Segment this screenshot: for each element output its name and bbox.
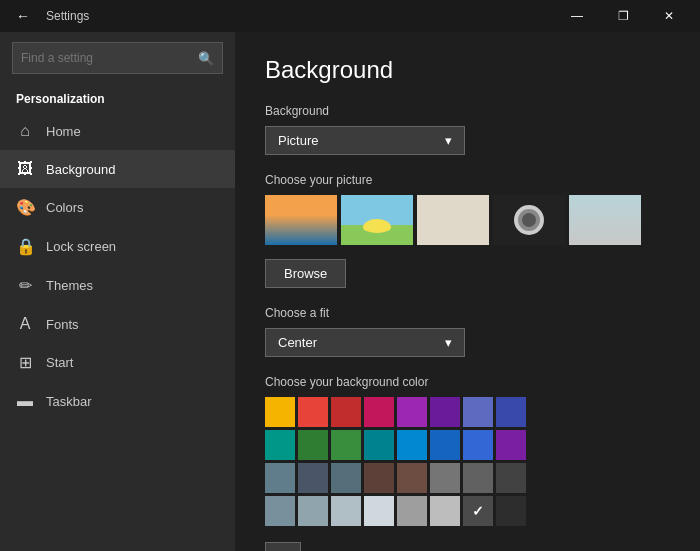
color-swatch-1-7[interactable]: [496, 430, 526, 460]
color-swatch-2-5[interactable]: [430, 463, 460, 493]
thumb-sunset[interactable]: [265, 195, 337, 245]
color-swatch-1-6[interactable]: [463, 430, 493, 460]
sidebar-item-label-fonts: Fonts: [46, 317, 79, 332]
fit-dropdown-value: Center: [278, 335, 317, 350]
color-row-1: [265, 430, 670, 460]
color-swatch-0-0[interactable]: [265, 397, 295, 427]
color-swatch-3-5[interactable]: [430, 496, 460, 526]
color-swatch-2-6[interactable]: [463, 463, 493, 493]
thumb-circle[interactable]: [493, 195, 565, 245]
custom-color-row: + Custom color: [265, 542, 670, 551]
color-swatch-3-1[interactable]: [298, 496, 328, 526]
personalization-label: Personalization: [0, 84, 235, 112]
themes-icon: ✏: [16, 276, 34, 295]
color-row-0: [265, 397, 670, 427]
color-swatch-2-2[interactable]: [331, 463, 361, 493]
thumb-cats[interactable]: [417, 195, 489, 245]
color-swatch-0-5[interactable]: [430, 397, 460, 427]
color-swatch-1-4[interactable]: [397, 430, 427, 460]
maximize-button[interactable]: ❐: [600, 0, 646, 32]
search-icon[interactable]: 🔍: [198, 51, 214, 66]
sidebar-item-home[interactable]: ⌂ Home: [0, 112, 235, 150]
color-swatch-0-1[interactable]: [298, 397, 328, 427]
color-swatch-0-7[interactable]: [496, 397, 526, 427]
choose-fit-label: Choose a fit: [265, 306, 670, 320]
color-swatch-2-7[interactable]: [496, 463, 526, 493]
thumb-dog[interactable]: [569, 195, 641, 245]
color-swatch-2-3[interactable]: [364, 463, 394, 493]
taskbar-icon: ▬: [16, 392, 34, 410]
color-swatch-1-2[interactable]: [331, 430, 361, 460]
sidebar: 🔍 Personalization ⌂ Home🖼 Background🎨 Co…: [0, 32, 235, 551]
color-swatch-0-2[interactable]: [331, 397, 361, 427]
back-button[interactable]: ←: [8, 4, 38, 28]
color-swatch-1-3[interactable]: [364, 430, 394, 460]
color-swatch-3-0[interactable]: [265, 496, 295, 526]
sidebar-item-fonts[interactable]: A Fonts: [0, 305, 235, 343]
color-swatch-3-6[interactable]: [463, 496, 493, 526]
background-dropdown[interactable]: Picture ▾: [265, 126, 465, 155]
fonts-icon: A: [16, 315, 34, 333]
sidebar-item-label-themes: Themes: [46, 278, 93, 293]
picture-grid: [265, 195, 670, 245]
main-layout: 🔍 Personalization ⌂ Home🖼 Background🎨 Co…: [0, 32, 700, 551]
home-icon: ⌂: [16, 122, 34, 140]
fit-dropdown-chevron: ▾: [445, 335, 452, 350]
color-row-2: [265, 463, 670, 493]
content-area: Background Background Picture ▾ Choose y…: [235, 32, 700, 551]
search-input[interactable]: [21, 51, 198, 65]
color-swatch-3-3[interactable]: [364, 496, 394, 526]
color-swatch-3-2[interactable]: [331, 496, 361, 526]
sidebar-item-label-lock-screen: Lock screen: [46, 239, 116, 254]
start-icon: ⊞: [16, 353, 34, 372]
sidebar-item-colors[interactable]: 🎨 Colors: [0, 188, 235, 227]
search-box[interactable]: 🔍: [12, 42, 223, 74]
color-swatch-3-7[interactable]: [496, 496, 526, 526]
background-dropdown-chevron: ▾: [445, 133, 452, 148]
color-swatch-0-3[interactable]: [364, 397, 394, 427]
sidebar-item-label-taskbar: Taskbar: [46, 394, 92, 409]
choose-picture-label: Choose your picture: [265, 173, 670, 187]
lock-screen-icon: 🔒: [16, 237, 34, 256]
color-swatch-2-4[interactable]: [397, 463, 427, 493]
page-title: Background: [265, 56, 670, 84]
color-swatch-0-4[interactable]: [397, 397, 427, 427]
background-section-heading: Background: [265, 104, 670, 118]
thumb-duck[interactable]: [341, 195, 413, 245]
color-swatch-0-6[interactable]: [463, 397, 493, 427]
background-icon: 🖼: [16, 160, 34, 178]
color-row-3: [265, 496, 670, 526]
titlebar: ← Settings — ❐ ✕: [0, 0, 700, 32]
browse-button[interactable]: Browse: [265, 259, 346, 288]
sidebar-item-start[interactable]: ⊞ Start: [0, 343, 235, 382]
sidebar-item-label-start: Start: [46, 355, 73, 370]
sidebar-item-themes[interactable]: ✏ Themes: [0, 266, 235, 305]
close-button[interactable]: ✕: [646, 0, 692, 32]
color-swatch-1-0[interactable]: [265, 430, 295, 460]
sidebar-item-label-home: Home: [46, 124, 81, 139]
color-section-heading: Choose your background color: [265, 375, 670, 389]
background-dropdown-value: Picture: [278, 133, 318, 148]
titlebar-left: ← Settings: [8, 4, 89, 28]
custom-color-button[interactable]: +: [265, 542, 301, 551]
color-swatch-2-0[interactable]: [265, 463, 295, 493]
color-swatch-1-5[interactable]: [430, 430, 460, 460]
sidebar-item-background[interactable]: 🖼 Background: [0, 150, 235, 188]
titlebar-title: Settings: [46, 9, 89, 23]
color-swatch-3-4[interactable]: [397, 496, 427, 526]
fit-dropdown[interactable]: Center ▾: [265, 328, 465, 357]
sidebar-item-label-colors: Colors: [46, 200, 84, 215]
titlebar-controls: — ❐ ✕: [554, 0, 692, 32]
nav-list: ⌂ Home🖼 Background🎨 Colors🔒 Lock screen✏…: [0, 112, 235, 420]
sidebar-item-label-background: Background: [46, 162, 115, 177]
color-grid: [265, 397, 670, 526]
minimize-button[interactable]: —: [554, 0, 600, 32]
sidebar-item-taskbar[interactable]: ▬ Taskbar: [0, 382, 235, 420]
sidebar-item-lock-screen[interactable]: 🔒 Lock screen: [0, 227, 235, 266]
colors-icon: 🎨: [16, 198, 34, 217]
color-swatch-2-1[interactable]: [298, 463, 328, 493]
color-swatch-1-1[interactable]: [298, 430, 328, 460]
